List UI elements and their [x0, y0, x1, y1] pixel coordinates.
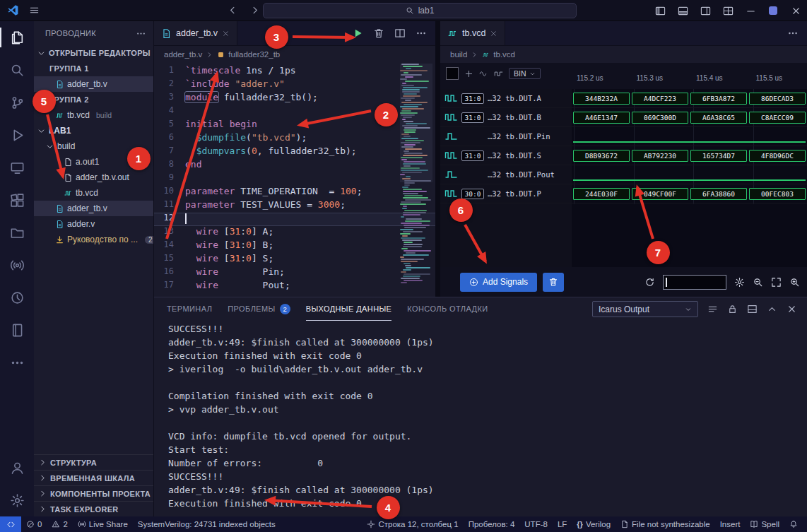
- signal-row[interactable]: 0…32_tb.DUT.Pin: [440, 127, 807, 146]
- status-bell[interactable]: [784, 516, 803, 532]
- activitybar-extensions[interactable]: [0, 184, 34, 216]
- activitybar-live-share[interactable]: [0, 249, 34, 281]
- sidebar-section-структура[interactable]: СТРУКТУРА: [34, 454, 153, 470]
- code-line-9[interactable]: 9: [154, 172, 435, 186]
- activitybar-run-debug[interactable]: [0, 119, 34, 151]
- code-line-6[interactable]: 6 $dumpfile("tb.vcd");: [154, 132, 435, 146]
- close-tab-icon[interactable]: [222, 30, 230, 37]
- code-line-1[interactable]: 1`timescale 1ns / 1ps: [154, 65, 435, 78]
- code-line-16[interactable]: 16 wire Pin;: [154, 266, 435, 280]
- zoom-out-icon[interactable]: [753, 277, 763, 288]
- breadcrumb-symbol[interactable]: fulladder32_tb: [228, 50, 280, 59]
- code-line-2[interactable]: 2`include "adder.v": [154, 78, 435, 92]
- breadcrumb[interactable]: adder_tb.v fulladder32_tb: [154, 46, 435, 63]
- status-строка-12-столбец-1[interactable]: Строка 12, столбец 1: [362, 516, 463, 532]
- status-verilog[interactable]: {}Verilog: [572, 516, 615, 532]
- toggle-sidebar-icon[interactable]: [649, 0, 671, 21]
- tab-tb-vcd[interactable]: tb.vcd: [440, 21, 505, 45]
- activitybar-project-manager[interactable]: [0, 216, 34, 249]
- open-editors-header[interactable]: ОТКРЫТЫЕ РЕДАКТОРЫ: [34, 45, 153, 61]
- signal-row[interactable]: 31:0…32_tb.DUT.BA46E1347069C300DA6A38C65…: [440, 108, 807, 127]
- trash-icon[interactable]: [373, 28, 384, 39]
- editor-more-icon[interactable]: [416, 28, 427, 39]
- time-input[interactable]: [663, 275, 726, 290]
- nav-back-icon[interactable]: [228, 5, 238, 16]
- tree-item-lab1[interactable]: LAB1: [34, 123, 153, 138]
- remove-signals-button[interactable]: [543, 273, 564, 292]
- status-systemverilog-24731-indexed-objects[interactable]: SystemVerilog: 24731 indexed objects: [133, 516, 281, 532]
- activitybar-history[interactable]: [0, 281, 34, 314]
- activitybar-more[interactable]: [0, 346, 34, 379]
- code-line-3[interactable]: 3module fulladder32_tb();: [154, 92, 435, 105]
- activitybar-search[interactable]: [0, 54, 34, 86]
- zoom-in-icon[interactable]: [789, 277, 800, 288]
- breadcrumb-file[interactable]: tb.vcd: [493, 50, 515, 59]
- wave-more-icon[interactable]: [787, 28, 799, 39]
- code-line-12[interactable]: 12: [154, 213, 435, 226]
- toggle-panel-icon[interactable]: [671, 0, 694, 21]
- maximize-panel-icon[interactable]: [767, 304, 777, 314]
- code-line-10[interactable]: 10parameter TIME_OPERATION = 100;: [154, 186, 435, 199]
- tree-item-adder-v[interactable]: adder.v: [34, 216, 153, 232]
- code-line-8[interactable]: 8end: [154, 159, 435, 172]
- activitybar-settings[interactable]: [0, 484, 34, 516]
- status-lf[interactable]: LF: [553, 516, 572, 532]
- signal-row[interactable]: 30:0…32_tb.DUT.P244E030F049CF00F6FA38860…: [440, 184, 807, 203]
- close-window-icon[interactable]: [784, 0, 807, 21]
- sidebar-section-task-explorer[interactable]: TASK EXPLORER: [34, 501, 153, 516]
- zoom-fit-icon[interactable]: [771, 277, 782, 288]
- status-spell[interactable]: Spell: [745, 516, 784, 532]
- status-file-not-synthesizable[interactable]: File not synthesizable: [615, 516, 715, 532]
- status-utf-8[interactable]: UTF-8: [519, 516, 553, 532]
- panel-tab-выходные-данные[interactable]: ВЫХОДНЫЕ ДАННЫЕ: [306, 297, 392, 321]
- remote-indicator[interactable]: [0, 516, 21, 532]
- code-line-7[interactable]: 7 $dumpvars(0, fulladder32_tb);: [154, 146, 435, 159]
- panel-tab-терминал[interactable]: ТЕРМИНАЛ: [167, 297, 212, 321]
- status-insert[interactable]: Insert: [715, 516, 746, 532]
- restore-window-icon[interactable]: [762, 0, 784, 21]
- breadcrumb-file[interactable]: adder_tb.v: [164, 50, 202, 59]
- tree-item-adder-tb-v[interactable]: adder_tb.v: [34, 201, 153, 216]
- activitybar-source-control[interactable]: [0, 86, 34, 119]
- customize-layout-icon[interactable]: [717, 0, 739, 21]
- nav-forward-icon[interactable]: [249, 5, 260, 16]
- panel-tab-консоль-отладки[interactable]: КОНСОЛЬ ОТЛАДКИ: [407, 297, 488, 321]
- activitybar-remote-explorer[interactable]: [0, 151, 34, 184]
- terminal-output[interactable]: SUCCESS!!!adder_tb.v:49: $finish called …: [154, 321, 807, 516]
- toggle-secondary-sidebar-icon[interactable]: [694, 0, 717, 21]
- minimize-window-icon[interactable]: [739, 0, 762, 21]
- tree-item-руководство-по[interactable]: Руководство по ...2: [34, 232, 153, 247]
- run-button[interactable]: [352, 28, 363, 39]
- signal-row[interactable]: 31:0…32_tb.DUT.SD8B93672AB792230165734D7…: [440, 146, 807, 165]
- open-editor-item[interactable]: adder_tb.v: [34, 76, 153, 92]
- status-пробелов-4[interactable]: Пробелов: 4: [464, 516, 520, 532]
- signal-row[interactable]: 31:0…32_tb.DUT.A344B232AA4DCF2236FB3A872…: [440, 89, 807, 108]
- tree-item-tb-vcd[interactable]: tb.vcd: [34, 185, 153, 201]
- wave-breadcrumb[interactable]: build tb.vcd: [440, 46, 807, 63]
- close-tab-icon[interactable]: [490, 30, 497, 37]
- status-0[interactable]: 0: [21, 516, 47, 532]
- status-live-share[interactable]: Live Share: [73, 516, 133, 532]
- open-in-editor-icon[interactable]: [747, 304, 758, 314]
- sidebar-section-компоненты-проекта[interactable]: КОМПОНЕНТЫ ПРОЕКТА: [34, 485, 153, 501]
- signal-row[interactable]: 0…32_tb.DUT.Pout: [440, 165, 807, 184]
- close-panel-icon[interactable]: [787, 304, 797, 314]
- code-line-15[interactable]: 15 wire [31:0] S;: [154, 253, 435, 266]
- output-filter-icon[interactable]: [707, 304, 718, 314]
- sidebar-more-icon[interactable]: [136, 28, 146, 39]
- activitybar-notebook[interactable]: [0, 314, 34, 346]
- sidebar-section-временная-шкала[interactable]: ВРЕМЕННАЯ ШКАЛА: [34, 470, 153, 485]
- panel-tab-проблемы[interactable]: ПРОБЛЕМЫ2: [228, 297, 290, 321]
- wave-settings-icon[interactable]: [734, 277, 745, 288]
- code-line-17[interactable]: 17 wire Pout;: [154, 280, 435, 293]
- split-editor-icon[interactable]: [394, 28, 406, 39]
- minimap[interactable]: [400, 64, 432, 297]
- code-line-11[interactable]: 11parameter TEST_VALUES = 3000;: [154, 199, 435, 213]
- add-signals-button[interactable]: Add Signals: [460, 273, 537, 292]
- menu-icon[interactable]: [29, 5, 40, 16]
- tree-item-adder-tb-v-out[interactable]: adder_tb.v.out: [34, 170, 153, 185]
- code-editor[interactable]: 1`timescale 1ns / 1ps2`include "adder.v"…: [154, 64, 435, 297]
- output-channel-select[interactable]: Icarus Output: [592, 301, 698, 317]
- code-line-13[interactable]: 13 wire [31:0] A;: [154, 226, 435, 240]
- tab-adder-tb-v[interactable]: adder_tb.v: [154, 21, 237, 45]
